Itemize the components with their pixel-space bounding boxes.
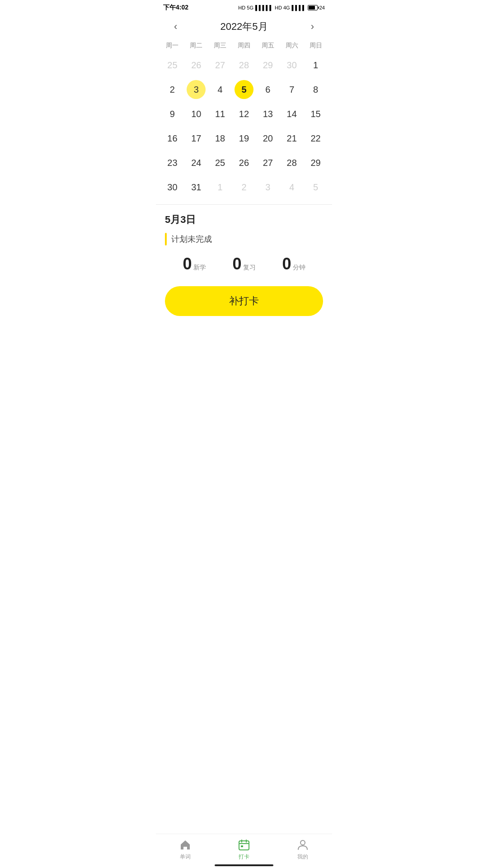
day-cell-w3d0[interactable]: 16 [160, 127, 184, 149]
day-cell-w0d2[interactable]: 27 [208, 54, 232, 76]
day-cell-w4d2[interactable]: 25 [208, 152, 232, 174]
day-cell-w4d5[interactable]: 28 [280, 152, 304, 174]
day-cell-w1d4[interactable]: 6 [256, 79, 280, 100]
weekday-mon: 周一 [160, 40, 184, 52]
svg-rect-4 [241, 845, 243, 847]
day-cell-w2d3[interactable]: 12 [232, 103, 256, 125]
stat-minutes-value: 0 [282, 255, 291, 274]
day-cell-w1d6[interactable]: 8 [304, 79, 328, 100]
day-cell-w3d4[interactable]: 20 [256, 127, 280, 149]
nav-label-words: 单词 [180, 853, 191, 861]
weekday-wed: 周三 [208, 40, 232, 52]
stat-review-value: 0 [232, 255, 241, 274]
weekday-fri: 周五 [256, 40, 280, 52]
status-text: 计划未完成 [171, 234, 212, 245]
prev-month-button[interactable]: ‹ [169, 19, 182, 34]
day-cell-w0d3[interactable]: 28 [232, 54, 256, 76]
day-cell-w2d0[interactable]: 9 [160, 103, 184, 125]
day-cell-w0d1[interactable]: 26 [184, 54, 208, 76]
day-cell-w3d3[interactable]: 19 [232, 127, 256, 149]
weekday-sat: 周六 [280, 40, 304, 52]
home-icon [179, 839, 192, 851]
stat-review: 0 复习 [232, 255, 255, 274]
stat-minutes-label: 分钟 [293, 264, 305, 272]
day-cell-w2d5[interactable]: 14 [280, 103, 304, 125]
nav-item-checkin[interactable]: 打卡 [228, 839, 260, 861]
stat-new-label: 新学 [193, 264, 206, 272]
weekday-row: 周一 周二 周三 周四 周五 周六 周日 [156, 38, 332, 54]
day-cell-w0d6[interactable]: 1 [304, 54, 328, 76]
day-cell-w4d3[interactable]: 26 [232, 152, 256, 174]
status-bar: 下午4:02 HD 5G ▌▌▌▌▌ HD 4G ▌▌▌▌ 24 [156, 0, 332, 14]
nav-label-checkin: 打卡 [239, 853, 249, 861]
bottom-indicator [215, 864, 273, 866]
signal-icon: HD 5G [238, 5, 253, 10]
day-cell-w5d5[interactable]: 4 [280, 176, 304, 198]
next-month-button[interactable]: › [306, 19, 319, 34]
weekday-thu: 周四 [232, 40, 256, 52]
day-cell-w3d1[interactable]: 17 [184, 127, 208, 149]
day-cell-w0d5[interactable]: 30 [280, 54, 304, 76]
stats-row: 0 新学 0 复习 0 分钟 [165, 255, 323, 274]
battery-icon [308, 5, 318, 10]
weekday-sun: 周日 [304, 40, 328, 52]
day-cell-w3d6[interactable]: 22 [304, 127, 328, 149]
day-cell-w5d2[interactable]: 1 [208, 176, 232, 198]
stat-new-value: 0 [183, 255, 192, 274]
day-cell-w5d4[interactable]: 3 [256, 176, 280, 198]
day-cell-w4d1[interactable]: 24 [184, 152, 208, 174]
battery-level: 24 [319, 5, 325, 10]
day-cell-w4d6[interactable]: 29 [304, 152, 328, 174]
status-right: HD 5G ▌▌▌▌▌ HD 4G ▌▌▌▌ 24 [238, 5, 325, 10]
status-accent-bar [165, 233, 167, 245]
stat-review-label: 复习 [243, 264, 256, 272]
day-cell-w4d0[interactable]: 23 [160, 152, 184, 174]
stat-new: 0 新学 [183, 255, 206, 274]
stat-minutes: 0 分钟 [282, 255, 305, 274]
day-cell-w2d4[interactable]: 13 [256, 103, 280, 125]
nav-item-words[interactable]: 单词 [169, 839, 201, 861]
status-time: 下午4:02 [163, 4, 188, 12]
detail-section: 5月3日 计划未完成 0 新学 0 复习 0 分钟 补打卡 [156, 205, 332, 316]
svg-rect-0 [239, 841, 249, 850]
nav-item-profile[interactable]: 我的 [287, 839, 319, 861]
svg-point-5 [300, 840, 305, 845]
day-cell-w2d1[interactable]: 10 [184, 103, 208, 125]
day-cell-w2d6[interactable]: 15 [304, 103, 328, 125]
calendar-icon [238, 839, 250, 851]
day-cell-w3d5[interactable]: 21 [280, 127, 304, 149]
signal-bars: ▌▌▌▌▌ [255, 5, 273, 10]
signal-4g: HD 4G [275, 5, 290, 10]
day-cell-w4d4[interactable]: 27 [256, 152, 280, 174]
day-cell-w3d2[interactable]: 18 [208, 127, 232, 149]
signal-bars-2: ▌▌▌▌ [292, 5, 306, 10]
day-cell-w0d0[interactable]: 25 [160, 54, 184, 76]
bottom-nav: 单词 打卡 我的 [156, 834, 332, 868]
nav-label-profile: 我的 [297, 853, 308, 861]
calendar-grid: 2526272829301234567891011121314151617181… [156, 54, 332, 198]
day-cell-w1d5[interactable]: 7 [280, 79, 304, 100]
day-cell-w5d6[interactable]: 5 [304, 176, 328, 198]
day-cell-w1d1[interactable]: 3 [184, 79, 208, 100]
day-cell-w0d4[interactable]: 29 [256, 54, 280, 76]
person-icon [296, 839, 309, 851]
calendar-header: ‹ 2022年5月 › [156, 14, 332, 38]
day-cell-w5d0[interactable]: 30 [160, 176, 184, 198]
weekday-tue: 周二 [184, 40, 208, 52]
month-title: 2022年5月 [220, 20, 267, 33]
day-cell-w1d3[interactable]: 5 [232, 79, 256, 100]
status-row: 计划未完成 [165, 233, 323, 245]
day-cell-w1d2[interactable]: 4 [208, 79, 232, 100]
day-cell-w2d2[interactable]: 11 [208, 103, 232, 125]
day-cell-w5d3[interactable]: 2 [232, 176, 256, 198]
day-cell-w1d0[interactable]: 2 [160, 79, 184, 100]
checkin-button[interactable]: 补打卡 [165, 286, 323, 316]
day-cell-w5d1[interactable]: 31 [184, 176, 208, 198]
detail-date: 5月3日 [165, 213, 323, 226]
